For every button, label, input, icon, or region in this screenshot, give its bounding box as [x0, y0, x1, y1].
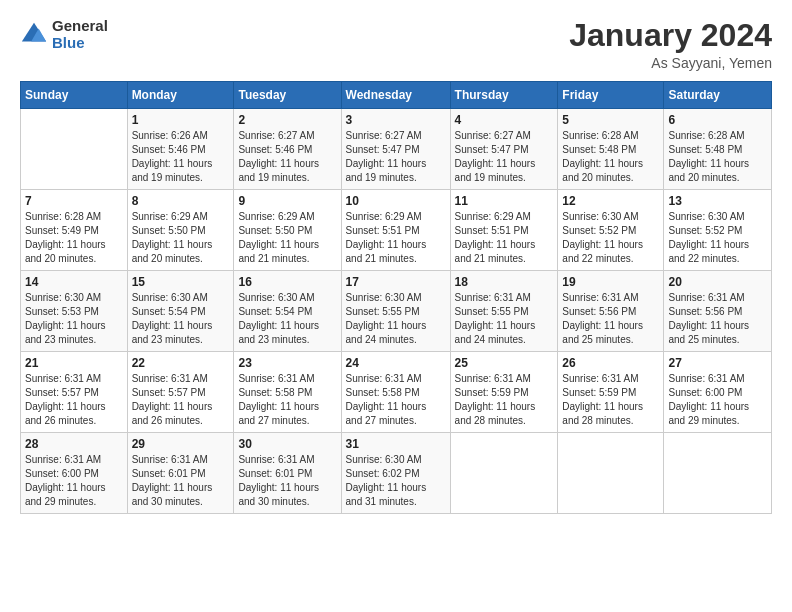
logo-text: General Blue [52, 18, 108, 51]
location-subtitle: As Sayyani, Yemen [569, 55, 772, 71]
day-info: Sunrise: 6:30 AM Sunset: 5:54 PM Dayligh… [238, 291, 336, 347]
day-info: Sunrise: 6:31 AM Sunset: 5:57 PM Dayligh… [132, 372, 230, 428]
calendar-cell: 12Sunrise: 6:30 AM Sunset: 5:52 PM Dayli… [558, 190, 664, 271]
day-number: 4 [455, 113, 554, 127]
calendar-cell: 25Sunrise: 6:31 AM Sunset: 5:59 PM Dayli… [450, 352, 558, 433]
day-info: Sunrise: 6:31 AM Sunset: 5:59 PM Dayligh… [455, 372, 554, 428]
calendar-table: Sunday Monday Tuesday Wednesday Thursday… [20, 81, 772, 514]
calendar-cell: 1Sunrise: 6:26 AM Sunset: 5:46 PM Daylig… [127, 109, 234, 190]
day-number: 17 [346, 275, 446, 289]
day-info: Sunrise: 6:31 AM Sunset: 5:59 PM Dayligh… [562, 372, 659, 428]
day-number: 15 [132, 275, 230, 289]
day-info: Sunrise: 6:31 AM Sunset: 6:01 PM Dayligh… [132, 453, 230, 509]
day-info: Sunrise: 6:30 AM Sunset: 5:53 PM Dayligh… [25, 291, 123, 347]
day-number: 18 [455, 275, 554, 289]
day-number: 14 [25, 275, 123, 289]
calendar-cell: 23Sunrise: 6:31 AM Sunset: 5:58 PM Dayli… [234, 352, 341, 433]
day-number: 19 [562, 275, 659, 289]
day-info: Sunrise: 6:29 AM Sunset: 5:50 PM Dayligh… [132, 210, 230, 266]
calendar-cell [450, 433, 558, 514]
day-info: Sunrise: 6:28 AM Sunset: 5:48 PM Dayligh… [562, 129, 659, 185]
day-number: 11 [455, 194, 554, 208]
day-info: Sunrise: 6:30 AM Sunset: 5:54 PM Dayligh… [132, 291, 230, 347]
day-number: 23 [238, 356, 336, 370]
calendar-week-4: 21Sunrise: 6:31 AM Sunset: 5:57 PM Dayli… [21, 352, 772, 433]
calendar-header: Sunday Monday Tuesday Wednesday Thursday… [21, 82, 772, 109]
calendar-cell: 11Sunrise: 6:29 AM Sunset: 5:51 PM Dayli… [450, 190, 558, 271]
calendar-cell: 14Sunrise: 6:30 AM Sunset: 5:53 PM Dayli… [21, 271, 128, 352]
day-number: 26 [562, 356, 659, 370]
logo: General Blue [20, 18, 108, 51]
day-info: Sunrise: 6:30 AM Sunset: 5:52 PM Dayligh… [562, 210, 659, 266]
calendar-cell: 7Sunrise: 6:28 AM Sunset: 5:49 PM Daylig… [21, 190, 128, 271]
col-saturday: Saturday [664, 82, 772, 109]
calendar-cell: 29Sunrise: 6:31 AM Sunset: 6:01 PM Dayli… [127, 433, 234, 514]
calendar-cell: 5Sunrise: 6:28 AM Sunset: 5:48 PM Daylig… [558, 109, 664, 190]
calendar-week-2: 7Sunrise: 6:28 AM Sunset: 5:49 PM Daylig… [21, 190, 772, 271]
logo-blue-text: Blue [52, 35, 108, 52]
day-info: Sunrise: 6:31 AM Sunset: 5:56 PM Dayligh… [562, 291, 659, 347]
title-block: January 2024 As Sayyani, Yemen [569, 18, 772, 71]
day-number: 27 [668, 356, 767, 370]
day-info: Sunrise: 6:29 AM Sunset: 5:51 PM Dayligh… [455, 210, 554, 266]
calendar-cell: 16Sunrise: 6:30 AM Sunset: 5:54 PM Dayli… [234, 271, 341, 352]
day-info: Sunrise: 6:31 AM Sunset: 6:00 PM Dayligh… [668, 372, 767, 428]
col-thursday: Thursday [450, 82, 558, 109]
calendar-week-1: 1Sunrise: 6:26 AM Sunset: 5:46 PM Daylig… [21, 109, 772, 190]
calendar-cell: 2Sunrise: 6:27 AM Sunset: 5:46 PM Daylig… [234, 109, 341, 190]
day-info: Sunrise: 6:26 AM Sunset: 5:46 PM Dayligh… [132, 129, 230, 185]
day-info: Sunrise: 6:31 AM Sunset: 5:58 PM Dayligh… [238, 372, 336, 428]
logo-general-text: General [52, 18, 108, 35]
day-info: Sunrise: 6:27 AM Sunset: 5:47 PM Dayligh… [346, 129, 446, 185]
day-number: 20 [668, 275, 767, 289]
calendar-cell: 31Sunrise: 6:30 AM Sunset: 6:02 PM Dayli… [341, 433, 450, 514]
day-info: Sunrise: 6:30 AM Sunset: 6:02 PM Dayligh… [346, 453, 446, 509]
day-number: 24 [346, 356, 446, 370]
day-number: 28 [25, 437, 123, 451]
day-info: Sunrise: 6:27 AM Sunset: 5:46 PM Dayligh… [238, 129, 336, 185]
calendar-cell: 8Sunrise: 6:29 AM Sunset: 5:50 PM Daylig… [127, 190, 234, 271]
day-number: 29 [132, 437, 230, 451]
calendar-cell: 4Sunrise: 6:27 AM Sunset: 5:47 PM Daylig… [450, 109, 558, 190]
day-info: Sunrise: 6:31 AM Sunset: 5:57 PM Dayligh… [25, 372, 123, 428]
calendar-cell: 3Sunrise: 6:27 AM Sunset: 5:47 PM Daylig… [341, 109, 450, 190]
day-info: Sunrise: 6:31 AM Sunset: 5:55 PM Dayligh… [455, 291, 554, 347]
calendar-cell: 18Sunrise: 6:31 AM Sunset: 5:55 PM Dayli… [450, 271, 558, 352]
day-number: 6 [668, 113, 767, 127]
col-monday: Monday [127, 82, 234, 109]
calendar-body: 1Sunrise: 6:26 AM Sunset: 5:46 PM Daylig… [21, 109, 772, 514]
calendar-cell: 26Sunrise: 6:31 AM Sunset: 5:59 PM Dayli… [558, 352, 664, 433]
calendar-cell: 21Sunrise: 6:31 AM Sunset: 5:57 PM Dayli… [21, 352, 128, 433]
day-number: 9 [238, 194, 336, 208]
day-info: Sunrise: 6:31 AM Sunset: 6:01 PM Dayligh… [238, 453, 336, 509]
day-number: 2 [238, 113, 336, 127]
header-row: Sunday Monday Tuesday Wednesday Thursday… [21, 82, 772, 109]
day-info: Sunrise: 6:27 AM Sunset: 5:47 PM Dayligh… [455, 129, 554, 185]
calendar-cell: 28Sunrise: 6:31 AM Sunset: 6:00 PM Dayli… [21, 433, 128, 514]
day-info: Sunrise: 6:29 AM Sunset: 5:50 PM Dayligh… [238, 210, 336, 266]
day-number: 8 [132, 194, 230, 208]
calendar-cell: 20Sunrise: 6:31 AM Sunset: 5:56 PM Dayli… [664, 271, 772, 352]
calendar-cell: 17Sunrise: 6:30 AM Sunset: 5:55 PM Dayli… [341, 271, 450, 352]
day-number: 21 [25, 356, 123, 370]
calendar-cell: 19Sunrise: 6:31 AM Sunset: 5:56 PM Dayli… [558, 271, 664, 352]
day-info: Sunrise: 6:31 AM Sunset: 5:56 PM Dayligh… [668, 291, 767, 347]
day-info: Sunrise: 6:30 AM Sunset: 5:55 PM Dayligh… [346, 291, 446, 347]
day-number: 1 [132, 113, 230, 127]
day-number: 22 [132, 356, 230, 370]
calendar-cell: 24Sunrise: 6:31 AM Sunset: 5:58 PM Dayli… [341, 352, 450, 433]
logo-icon [20, 21, 48, 49]
day-number: 12 [562, 194, 659, 208]
page: General Blue January 2024 As Sayyani, Ye… [0, 0, 792, 612]
day-info: Sunrise: 6:29 AM Sunset: 5:51 PM Dayligh… [346, 210, 446, 266]
calendar-cell: 15Sunrise: 6:30 AM Sunset: 5:54 PM Dayli… [127, 271, 234, 352]
day-info: Sunrise: 6:30 AM Sunset: 5:52 PM Dayligh… [668, 210, 767, 266]
calendar-cell: 13Sunrise: 6:30 AM Sunset: 5:52 PM Dayli… [664, 190, 772, 271]
calendar-cell: 27Sunrise: 6:31 AM Sunset: 6:00 PM Dayli… [664, 352, 772, 433]
calendar-cell [664, 433, 772, 514]
day-number: 16 [238, 275, 336, 289]
header: General Blue January 2024 As Sayyani, Ye… [20, 18, 772, 71]
calendar-week-5: 28Sunrise: 6:31 AM Sunset: 6:00 PM Dayli… [21, 433, 772, 514]
day-info: Sunrise: 6:31 AM Sunset: 5:58 PM Dayligh… [346, 372, 446, 428]
calendar-cell: 22Sunrise: 6:31 AM Sunset: 5:57 PM Dayli… [127, 352, 234, 433]
